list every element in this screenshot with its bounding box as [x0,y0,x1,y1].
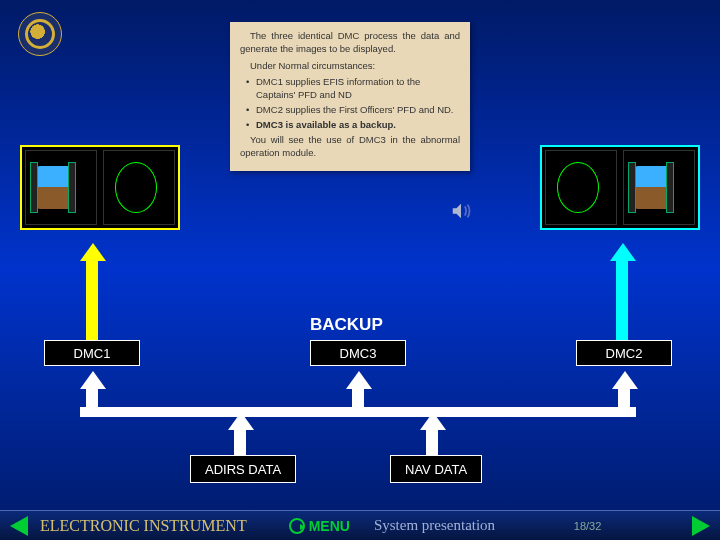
data-bus [80,407,636,417]
prev-button[interactable] [10,516,28,536]
menu-button[interactable]: MENU [289,518,350,534]
footer-subtitle: System presentation [374,517,495,534]
arrow-bus-to-dmc2 [612,371,636,411]
info-li1: DMC1 supplies EFIS information to the Ca… [246,76,460,102]
arrow-dmc1-to-display [80,243,104,341]
captain-pfd [25,150,97,225]
brand-logo [18,12,62,56]
dmc1-box: DMC1 [44,340,140,366]
footer-bar: ELECTRONIC INSTRUMENT MENU System presen… [0,510,720,540]
page-number: 18/32 [574,520,602,532]
dmc2-box: DMC2 [576,340,672,366]
fo-display-pair [540,145,700,230]
arrow-nav-to-bus [420,412,444,456]
arrow-bus-to-dmc3 [346,371,370,411]
nav-data-box: NAV DATA [390,455,482,483]
adirs-data-box: ADIRS DATA [190,455,296,483]
arrow-dmc2-to-display [610,243,634,341]
fo-pfd [623,150,695,225]
backup-label: BACKUP [310,315,383,335]
menu-label: MENU [309,518,350,534]
menu-icon [289,518,305,534]
info-li2: DMC2 supplies the First Officers' PFD an… [246,104,460,117]
info-li3: DMC3 is available as a backup. [246,119,460,132]
dmc3-box: DMC3 [310,340,406,366]
audio-icon[interactable] [450,200,472,222]
info-panel: The three identical DMC process the data… [230,22,470,171]
footer-title: ELECTRONIC INSTRUMENT [40,517,247,535]
captain-display-pair [20,145,180,230]
next-button[interactable] [692,516,710,536]
info-p1: The three identical DMC process the data… [240,30,460,56]
fo-nd [545,150,617,225]
info-p3: You will see the use of DMC3 in the abno… [240,134,460,160]
info-p2: Under Normal circumstances: [240,60,460,73]
arrow-bus-to-dmc1 [80,371,104,411]
arrow-adirs-to-bus [228,412,252,456]
captain-nd [103,150,175,225]
